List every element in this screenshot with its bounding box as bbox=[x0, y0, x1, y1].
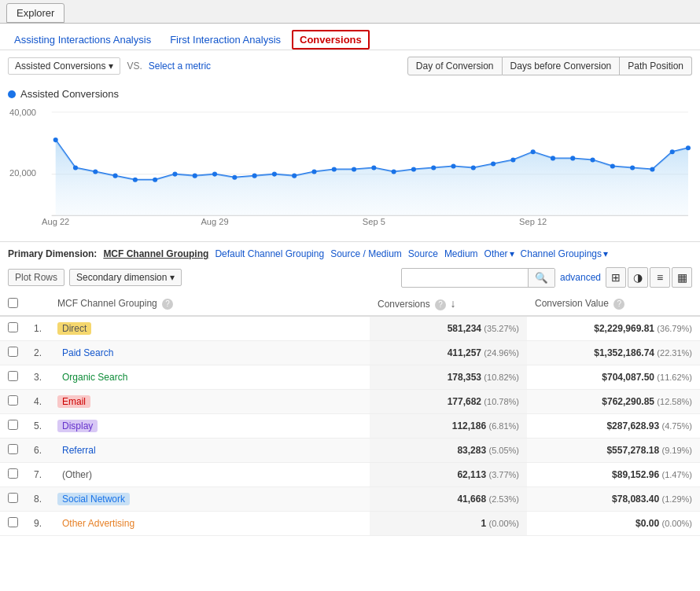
svg-point-15 bbox=[232, 175, 237, 180]
search-box: 🔍 bbox=[401, 268, 555, 288]
table-row: 1. Direct 581,234 (35.27%) $2,229,969.81… bbox=[0, 316, 700, 341]
value-pct: (0.00%) bbox=[661, 519, 692, 528]
svg-point-22 bbox=[371, 165, 376, 170]
value-amount: $762,290.85 bbox=[602, 396, 654, 407]
path-position-btn[interactable]: Path Position bbox=[620, 57, 692, 75]
conversion-count: 112,186 bbox=[452, 420, 486, 431]
channel-tag[interactable]: Other Advertising bbox=[57, 517, 139, 530]
svg-point-26 bbox=[451, 163, 455, 168]
row-number: 1. bbox=[26, 316, 50, 341]
conversions-cell: 581,234 (35.27%) bbox=[370, 316, 527, 341]
conversions-cell: 41,668 (2.53%) bbox=[370, 487, 527, 512]
line-chart: 40,000 20,000 bbox=[8, 103, 692, 229]
view-icons: ⊞ ◑ ≡ ▦ bbox=[606, 267, 692, 288]
search-button[interactable]: 🔍 bbox=[528, 269, 554, 287]
channel-help-icon[interactable]: ? bbox=[162, 299, 173, 310]
dim-medium[interactable]: Medium bbox=[444, 248, 478, 259]
conv-value-help-icon[interactable]: ? bbox=[613, 299, 624, 310]
dim-mcf-channel[interactable]: MCF Channel Grouping bbox=[103, 248, 208, 259]
row-checkbox[interactable] bbox=[8, 395, 18, 406]
list-view-icon[interactable]: ≡ bbox=[650, 267, 670, 288]
dim-source-medium[interactable]: Source / Medium bbox=[330, 248, 402, 259]
conversions-cell: 1 (0.00%) bbox=[370, 512, 527, 536]
svg-point-29 bbox=[510, 157, 515, 162]
svg-point-12 bbox=[172, 172, 177, 177]
channel-tag[interactable]: Referral bbox=[57, 444, 101, 457]
channel-name-cell: Direct bbox=[50, 316, 370, 341]
bar-view-icon[interactable]: ▦ bbox=[672, 267, 692, 288]
value-pct: (4.75%) bbox=[661, 421, 692, 431]
days-before-conversion-btn[interactable]: Days before Conversion bbox=[503, 57, 621, 75]
row-checkbox[interactable] bbox=[8, 517, 18, 527]
channel-tag[interactable]: (Other) bbox=[57, 468, 97, 481]
sub-tabs-bar: Assisting Interactions Analysis First In… bbox=[0, 24, 700, 50]
conversion-value-cell: $89,152.96 (1.47%) bbox=[527, 463, 700, 487]
chart-container: 40,000 20,000 bbox=[8, 103, 692, 229]
row-number: 7. bbox=[26, 463, 50, 487]
dim-channel-groupings-arrow-icon: ▾ bbox=[603, 248, 608, 259]
sort-conversions-icon[interactable]: ↓ bbox=[450, 297, 455, 310]
controls-row: Assisted Conversions ▾ VS. Select a metr… bbox=[0, 50, 700, 82]
conversion-count: 41,668 bbox=[457, 494, 486, 505]
select-all-checkbox[interactable] bbox=[8, 298, 18, 308]
secondary-dim-label: Secondary dimension bbox=[76, 272, 167, 283]
channel-tag[interactable]: Organic Search bbox=[57, 371, 132, 384]
conversion-count: 62,113 bbox=[457, 469, 486, 480]
tab-conversions[interactable]: Conversions bbox=[292, 30, 370, 50]
secondary-dimension-dropdown[interactable]: Secondary dimension ▾ bbox=[69, 269, 182, 286]
value-amount: $0.00 bbox=[636, 518, 659, 529]
channel-tag[interactable]: Email bbox=[57, 395, 90, 408]
value-amount: $287,628.93 bbox=[606, 420, 659, 431]
dim-source[interactable]: Source bbox=[408, 248, 438, 259]
row-checkbox[interactable] bbox=[8, 444, 18, 454]
channel-tag[interactable]: Social Network bbox=[57, 493, 130, 505]
svg-point-31 bbox=[551, 156, 555, 160]
pie-view-icon[interactable]: ◑ bbox=[628, 267, 648, 288]
metric-dropdown[interactable]: Assisted Conversions ▾ bbox=[8, 57, 120, 75]
conversion-pct: (35.27%) bbox=[484, 324, 519, 333]
table-row: 2. Paid Search 411,257 (24.96%) $1,352,1… bbox=[0, 341, 700, 365]
svg-point-32 bbox=[570, 156, 575, 160]
explorer-tab[interactable]: Explorer bbox=[6, 3, 64, 23]
advanced-link[interactable]: advanced bbox=[560, 272, 601, 283]
table-row: 6. Referral 83,283 (5.05%) $557,278.18 (… bbox=[0, 439, 700, 463]
svg-point-7 bbox=[73, 165, 78, 170]
dim-channel-groupings-label: Channel Groupings bbox=[521, 248, 602, 259]
row-checkbox[interactable] bbox=[8, 322, 18, 332]
row-checkbox[interactable] bbox=[8, 468, 18, 479]
conversion-count: 1 bbox=[481, 518, 486, 529]
svg-point-20 bbox=[332, 167, 337, 172]
chart-legend: Assisted Conversions bbox=[8, 88, 692, 100]
table-row: 7. (Other) 62,113 (3.77%) $89,152.96 (1.… bbox=[0, 463, 700, 487]
row-checkbox[interactable] bbox=[8, 420, 18, 430]
tab-first-interaction[interactable]: First Interaction Analysis bbox=[162, 30, 289, 50]
select-metric-link[interactable]: Select a metric bbox=[149, 61, 211, 72]
tab-assisting-interactions[interactable]: Assisting Interactions Analysis bbox=[6, 30, 159, 50]
conversion-pct: (5.05%) bbox=[488, 446, 519, 455]
channel-tag[interactable]: Direct bbox=[57, 322, 91, 335]
svg-point-24 bbox=[411, 167, 416, 172]
dim-channel-groupings-dropdown[interactable]: Channel Groupings ▾ bbox=[521, 248, 608, 259]
conversions-help-icon[interactable]: ? bbox=[435, 299, 446, 310]
conversion-pct: (3.77%) bbox=[488, 470, 519, 479]
plot-rows-button[interactable]: Plot Rows bbox=[8, 269, 64, 286]
grid-view-icon[interactable]: ⊞ bbox=[606, 267, 626, 288]
table-row: 5. Display 112,186 (6.81%) $287,628.93 (… bbox=[0, 414, 700, 439]
conversions-cell: 411,257 (24.96%) bbox=[370, 341, 527, 365]
channel-tag[interactable]: Paid Search bbox=[57, 347, 118, 359]
channel-tag[interactable]: Display bbox=[57, 420, 98, 432]
dim-default-channel[interactable]: Default Channel Grouping bbox=[215, 248, 324, 259]
day-of-conversion-btn[interactable]: Day of Conversion bbox=[407, 57, 503, 75]
search-input[interactable] bbox=[402, 270, 528, 285]
row-checkbox[interactable] bbox=[8, 371, 18, 381]
svg-text:Sep 5: Sep 5 bbox=[363, 217, 385, 226]
svg-point-6 bbox=[53, 138, 58, 142]
row-number: 2. bbox=[26, 341, 50, 365]
table-row: 8. Social Network 41,668 (2.53%) $78,083… bbox=[0, 487, 700, 512]
row-number: 6. bbox=[26, 439, 50, 463]
svg-point-14 bbox=[212, 172, 217, 177]
row-checkbox[interactable] bbox=[8, 493, 18, 503]
row-checkbox[interactable] bbox=[8, 347, 18, 357]
svg-point-27 bbox=[471, 165, 476, 170]
dim-other-dropdown[interactable]: Other ▾ bbox=[484, 248, 514, 259]
